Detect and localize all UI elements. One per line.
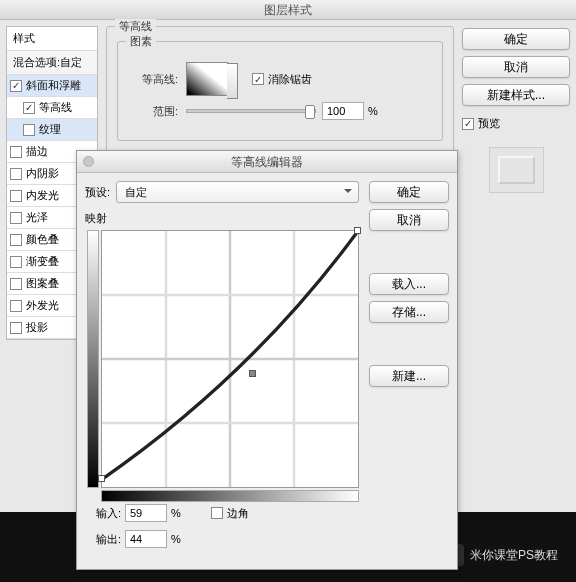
output-percent: % bbox=[171, 533, 181, 545]
style-label-8: 渐变叠 bbox=[26, 254, 59, 269]
contour-group-title: 等高线 bbox=[115, 19, 156, 34]
curve-handle-0[interactable] bbox=[98, 475, 105, 482]
style-checkbox-8[interactable] bbox=[10, 256, 22, 268]
input-field[interactable] bbox=[125, 504, 167, 522]
style-checkbox-4[interactable] bbox=[10, 168, 22, 180]
window-title: 图层样式 bbox=[0, 0, 576, 20]
style-item-0[interactable]: 斜面和浮雕 bbox=[7, 75, 97, 97]
range-slider[interactable] bbox=[186, 109, 316, 113]
contour-picker[interactable] bbox=[186, 62, 228, 96]
cancel-button[interactable]: 取消 bbox=[462, 56, 570, 78]
preview-label: 预览 bbox=[478, 116, 500, 131]
preview-checkbox[interactable] bbox=[462, 118, 474, 130]
style-label-10: 外发光 bbox=[26, 298, 59, 313]
style-item-2[interactable]: 纹理 bbox=[7, 119, 97, 141]
blend-options[interactable]: 混合选项:自定 bbox=[7, 51, 97, 75]
editor-save-button[interactable]: 存储... bbox=[369, 301, 449, 323]
preset-select[interactable]: 自定 bbox=[116, 181, 359, 203]
style-item-1[interactable]: 等高线 bbox=[7, 97, 97, 119]
preset-value: 自定 bbox=[125, 185, 147, 200]
style-checkbox-11[interactable] bbox=[10, 322, 22, 334]
editor-title: 等高线编辑器 bbox=[77, 151, 457, 173]
editor-new-button[interactable]: 新建... bbox=[369, 365, 449, 387]
editor-load-button[interactable]: 载入... bbox=[369, 273, 449, 295]
style-label-3: 描边 bbox=[26, 144, 48, 159]
contour-label: 等高线: bbox=[128, 72, 178, 87]
style-checkbox-10[interactable] bbox=[10, 300, 22, 312]
style-checkbox-9[interactable] bbox=[10, 278, 22, 290]
style-label-4: 内阴影 bbox=[26, 166, 59, 181]
curve-area[interactable] bbox=[101, 230, 359, 488]
style-checkbox-5[interactable] bbox=[10, 190, 22, 202]
curve-handle-2[interactable] bbox=[354, 227, 361, 234]
style-label-6: 光泽 bbox=[26, 210, 48, 225]
editor-ok-button[interactable]: 确定 bbox=[369, 181, 449, 203]
close-icon[interactable] bbox=[83, 156, 94, 167]
style-checkbox-7[interactable] bbox=[10, 234, 22, 246]
style-checkbox-1[interactable] bbox=[23, 102, 35, 114]
style-label-9: 图案叠 bbox=[26, 276, 59, 291]
style-label-11: 投影 bbox=[26, 320, 48, 335]
gradient-vertical bbox=[87, 230, 99, 488]
gradient-horizontal bbox=[101, 490, 359, 502]
range-percent: % bbox=[368, 105, 378, 117]
anti-alias-label: 消除锯齿 bbox=[268, 72, 312, 87]
style-label-7: 颜色叠 bbox=[26, 232, 59, 247]
style-checkbox-0[interactable] bbox=[10, 80, 22, 92]
range-slider-thumb[interactable] bbox=[305, 105, 315, 119]
style-checkbox-3[interactable] bbox=[10, 146, 22, 158]
watermark: ✦ 米你课堂PS教程 bbox=[442, 544, 558, 566]
range-label: 范围: bbox=[128, 104, 178, 119]
preview-swatch bbox=[489, 147, 544, 193]
range-input[interactable] bbox=[322, 102, 364, 120]
style-checkbox-2[interactable] bbox=[23, 124, 35, 136]
style-label-5: 内发光 bbox=[26, 188, 59, 203]
editor-cancel-button[interactable]: 取消 bbox=[369, 209, 449, 231]
input-label: 输入: bbox=[87, 506, 121, 521]
elements-title: 图素 bbox=[126, 34, 156, 49]
style-label-0: 斜面和浮雕 bbox=[26, 78, 81, 93]
output-field[interactable] bbox=[125, 530, 167, 548]
input-percent: % bbox=[171, 507, 181, 519]
anti-alias-checkbox[interactable] bbox=[252, 73, 264, 85]
style-label-2: 纹理 bbox=[39, 122, 61, 137]
preset-label: 预设: bbox=[85, 185, 110, 200]
style-checkbox-6[interactable] bbox=[10, 212, 22, 224]
mapping-label: 映射 bbox=[85, 211, 359, 226]
contour-editor-window: 等高线编辑器 预设: 自定 映射 bbox=[76, 150, 458, 570]
output-label: 输出: bbox=[87, 532, 121, 547]
corner-label: 边角 bbox=[227, 506, 249, 521]
corner-checkbox[interactable] bbox=[211, 507, 223, 519]
contour-group: 等高线 图素 等高线: 消除锯齿 范围: bbox=[106, 26, 454, 156]
ok-button[interactable]: 确定 bbox=[462, 28, 570, 50]
style-label-1: 等高线 bbox=[39, 100, 72, 115]
new-style-button[interactable]: 新建样式... bbox=[462, 84, 570, 106]
styles-header: 样式 bbox=[7, 27, 97, 51]
watermark-text: 米你课堂PS教程 bbox=[470, 547, 558, 564]
editor-title-text: 等高线编辑器 bbox=[231, 155, 303, 169]
curve-handle-1[interactable] bbox=[249, 370, 256, 377]
